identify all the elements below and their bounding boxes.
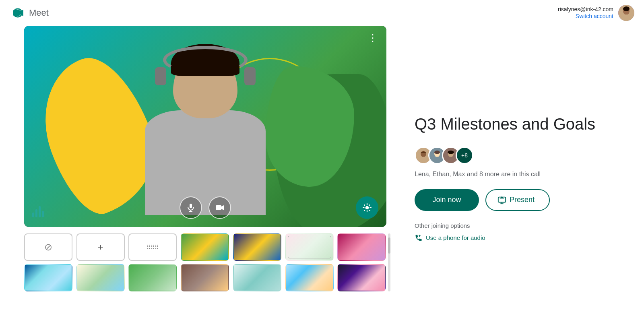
other-options-label: Other joining options (415, 222, 620, 229)
no-effect-icon: ⊘ (44, 242, 52, 253)
bg-thumb-14[interactable] (337, 264, 386, 291)
person-head (173, 50, 237, 118)
user-email: risalynes@ink-42.com (558, 6, 613, 12)
participants-text: Lena, Ethan, Max and 8 more are in this … (415, 171, 620, 178)
add-icon: + (98, 242, 103, 253)
bg-thumb-13[interactable] (285, 264, 334, 291)
bg-row-2 (24, 264, 386, 291)
svg-marker-29 (500, 196, 504, 198)
svg-point-12 (365, 206, 369, 210)
video-more-options-button[interactable]: ⋮ (368, 32, 378, 43)
header: Meet risalynes@ink-42.com Switch account (0, 0, 644, 26)
background-selector: ⊘ + ⠿⠿⠿ (24, 233, 390, 291)
svg-point-14 (369, 204, 370, 206)
audio-bar-1 (32, 213, 34, 217)
microphone-button[interactable] (180, 196, 202, 219)
avatar-image (618, 5, 634, 21)
bg-thumb-11[interactable] (181, 264, 229, 291)
bg-thumb-12[interactable] (233, 264, 281, 291)
participants-row: +8 (415, 147, 620, 164)
header-right: risalynes@ink-42.com Switch account (558, 5, 634, 21)
svg-point-26 (446, 157, 456, 163)
blur-icon: ⠿⠿⠿ (147, 244, 159, 250)
header-user-info: risalynes@ink-42.com Switch account (558, 6, 613, 20)
switch-account-link[interactable]: Switch account (576, 13, 613, 19)
bg-thumb-6[interactable] (285, 233, 334, 261)
mic-icon (186, 203, 196, 213)
bg-scrollbar-thumb (388, 237, 390, 254)
phone-icon (415, 234, 423, 242)
logo-text: Meet (29, 8, 49, 18)
present-label: Present (510, 196, 535, 204)
svg-rect-1 (13, 10, 20, 16)
audio-level-indicator (32, 206, 44, 217)
meet-logo-icon (10, 5, 26, 21)
effects-icon (362, 202, 372, 213)
svg-point-16 (369, 210, 370, 211)
camera-icon (215, 203, 225, 213)
audio-bar-4 (42, 211, 44, 217)
action-buttons: Join now Present (415, 189, 620, 211)
phone-audio-label: Use a phone for audio (426, 234, 485, 241)
bg-thumb-10[interactable] (128, 264, 177, 291)
svg-point-19 (419, 157, 428, 163)
bg-thumb-add[interactable]: + (76, 233, 125, 261)
bg-thumb-8[interactable] (24, 264, 72, 291)
video-controls (180, 196, 231, 219)
audio-bar-3 (39, 206, 41, 217)
svg-marker-11 (221, 205, 224, 210)
bg-scrollbar[interactable] (388, 233, 390, 291)
bg-thumb-9[interactable] (76, 264, 125, 291)
main-content: ⋮ (0, 26, 644, 322)
effects-button[interactable] (356, 196, 378, 219)
bg-thumb-blur[interactable]: ⠿⠿⠿ (128, 233, 177, 261)
bg-thumb-5[interactable] (233, 233, 281, 261)
svg-rect-7 (190, 204, 192, 208)
audio-bar-2 (35, 209, 37, 217)
bg-thumb-none[interactable]: ⊘ (24, 233, 72, 261)
headphones (163, 46, 248, 74)
svg-point-13 (364, 204, 365, 206)
video-preview: ⋮ (24, 26, 386, 227)
join-now-button[interactable]: Join now (415, 189, 479, 211)
right-panel: Q3 Milestones and Goals (415, 26, 620, 314)
user-avatar-header[interactable] (618, 5, 634, 21)
logo-area: Meet (10, 5, 49, 21)
bg-thumb-4[interactable] (181, 233, 229, 261)
headphone-right (244, 67, 256, 85)
bg-thumb-7[interactable] (337, 233, 386, 261)
present-button[interactable]: Present (485, 189, 550, 211)
headphone-left (155, 67, 166, 85)
meeting-title: Q3 Milestones and Goals (415, 114, 620, 134)
camera-button[interactable] (208, 196, 231, 219)
phone-audio-link[interactable]: Use a phone for audio (415, 234, 620, 242)
svg-point-15 (364, 210, 365, 211)
bg-row-1: ⊘ + ⠿⠿⠿ (24, 233, 386, 261)
svg-rect-10 (216, 205, 221, 210)
left-panel: ⋮ (24, 26, 390, 314)
present-icon (497, 196, 506, 204)
svg-point-27 (448, 150, 454, 154)
svg-point-6 (623, 6, 630, 11)
avatar-more-count: +8 (456, 147, 473, 164)
svg-point-22 (432, 157, 442, 163)
svg-point-23 (434, 150, 440, 154)
